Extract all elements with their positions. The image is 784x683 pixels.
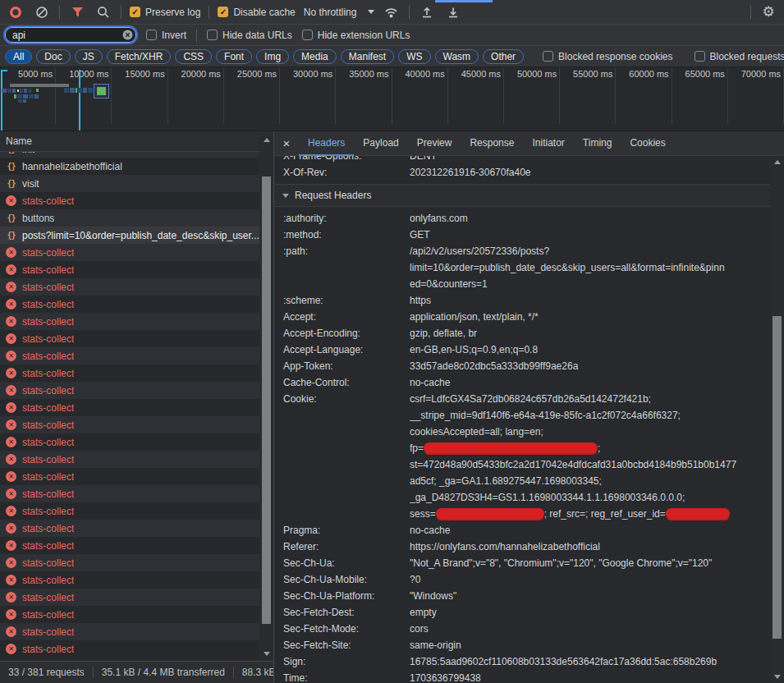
request-row[interactable]: stats-collect xyxy=(0,589,273,606)
blocked-filter-checkbox[interactable]: Blocked response cookies xyxy=(543,51,672,62)
details-tab[interactable]: Response xyxy=(461,131,523,156)
request-row[interactable]: stats-collect xyxy=(0,468,273,485)
type-filter-pill[interactable]: WS xyxy=(398,49,430,64)
waterfall-bar xyxy=(24,89,27,93)
request-row[interactable]: hannahelizabethofficial xyxy=(0,158,273,175)
request-row[interactable]: stats-collect xyxy=(0,606,273,623)
request-name: buttons xyxy=(22,213,54,224)
request-row[interactable]: stats-collect xyxy=(0,537,273,554)
request-row[interactable]: visit xyxy=(0,175,273,192)
scroll-down-arrow[interactable] xyxy=(264,652,270,656)
search-icon[interactable] xyxy=(94,3,112,21)
clear-button[interactable] xyxy=(33,3,51,21)
request-type-icon xyxy=(6,385,16,396)
type-filter-pill[interactable]: Font xyxy=(216,49,252,64)
request-row[interactable]: stats-collect xyxy=(0,433,273,451)
disable-cache-checkbox[interactable]: ✓ Disable cache xyxy=(218,7,295,18)
request-row[interactable]: init xyxy=(0,152,273,158)
clear-filter-icon[interactable] xyxy=(122,30,133,40)
request-row[interactable]: stats-collect xyxy=(0,623,273,640)
type-filter-pill[interactable]: Other xyxy=(483,49,524,64)
disable-cache-label: Disable cache xyxy=(233,7,295,18)
scroll-up-arrow[interactable] xyxy=(774,160,781,164)
request-row[interactable]: stats-collect xyxy=(0,192,273,209)
type-filter-pill[interactable]: Manifest xyxy=(341,49,394,64)
invert-checkbox[interactable]: Invert xyxy=(146,30,186,41)
header-value: 1703636799438 xyxy=(410,670,784,683)
request-row[interactable]: stats-collect xyxy=(0,485,273,502)
request-row[interactable]: stats-collect xyxy=(0,451,273,468)
network-conditions-icon[interactable] xyxy=(383,3,401,21)
type-filter-pill[interactable]: JS xyxy=(75,49,103,64)
details-tab[interactable]: Payload xyxy=(354,131,407,156)
request-row[interactable]: stats-collect xyxy=(0,330,273,347)
type-filter-pill[interactable]: Wasm xyxy=(435,49,479,64)
details-tab[interactable]: Initiator xyxy=(523,131,573,156)
blocked-filter-checkbox[interactable]: Blocked requests xyxy=(695,51,784,62)
import-har-icon[interactable] xyxy=(418,3,436,21)
request-row[interactable]: stats-collect xyxy=(0,502,273,520)
name-column-header[interactable]: Name xyxy=(0,131,273,152)
header-name: Sec-Ch-Ua-Mobile: xyxy=(274,571,410,588)
details-tab[interactable]: Headers xyxy=(299,131,354,156)
header-row: Pragma:no-cache xyxy=(274,522,784,539)
close-details-icon[interactable]: × xyxy=(274,136,299,150)
request-row[interactable]: stats-collect xyxy=(0,278,273,296)
scrollbar-thumb[interactable] xyxy=(773,316,782,639)
record-button[interactable] xyxy=(7,3,25,21)
request-row[interactable]: stats-collect xyxy=(0,399,273,416)
type-filter-pill[interactable]: Fetch/XHR xyxy=(107,49,172,64)
scrollbar-thumb[interactable] xyxy=(262,176,271,624)
checkbox-unchecked xyxy=(146,30,157,40)
preserve-log-checkbox[interactable]: ✓ Preserve log xyxy=(130,7,200,18)
details-tab[interactable]: Cookies xyxy=(621,131,674,156)
request-row[interactable]: stats-collect xyxy=(0,296,273,313)
details-tab[interactable]: Timing xyxy=(574,131,621,156)
request-row[interactable]: buttons xyxy=(0,209,273,227)
request-row[interactable]: stats-collect xyxy=(0,554,273,571)
request-name: stats-collect xyxy=(22,506,74,517)
request-row[interactable]: stats-collect xyxy=(0,520,273,537)
request-row[interactable]: stats-collect xyxy=(0,416,273,433)
request-row[interactable]: stats-collect xyxy=(0,313,273,330)
settings-gear-icon[interactable]: ⚙ xyxy=(759,3,777,21)
request-type-icon xyxy=(6,609,16,620)
header-row: :method:GET xyxy=(274,227,784,243)
request-row[interactable]: stats-collect xyxy=(0,382,273,399)
request-row[interactable]: stats-collect xyxy=(0,244,273,261)
type-filter-pill[interactable]: All xyxy=(5,49,32,64)
filter-icon[interactable] xyxy=(68,3,86,21)
filter-input[interactable] xyxy=(5,27,136,43)
divider xyxy=(750,6,751,19)
request-name: stats-collect xyxy=(22,264,74,276)
scroll-down-arrow[interactable] xyxy=(774,675,781,679)
details-tab[interactable]: Preview xyxy=(408,131,461,156)
request-row[interactable]: stats-collect xyxy=(0,571,273,589)
request-row[interactable]: stats-collect xyxy=(0,261,273,278)
request-row[interactable]: stats-collect xyxy=(0,347,273,364)
type-filter-pill[interactable]: Doc xyxy=(36,49,70,64)
invert-label: Invert xyxy=(162,30,186,41)
hide-extension-urls-checkbox[interactable]: Hide extension URLs xyxy=(302,30,410,41)
header-name: App-Token: xyxy=(274,358,410,374)
request-headers-section[interactable]: Request Headers xyxy=(274,185,784,207)
hide-data-urls-checkbox[interactable]: Hide data URLs xyxy=(207,30,292,41)
request-row[interactable]: stats-collect xyxy=(0,640,273,658)
request-name: stats-collect xyxy=(22,626,74,638)
request-row[interactable]: posts?limit=10&order=publish_date_desc&s… xyxy=(0,227,273,244)
export-har-icon[interactable] xyxy=(444,3,462,21)
type-filter-pill[interactable]: Media xyxy=(293,49,337,64)
type-filter-pill[interactable]: CSS xyxy=(175,49,212,64)
header-name: :path: xyxy=(274,243,410,292)
section-title: Request Headers xyxy=(295,190,371,201)
details-scrollbar[interactable] xyxy=(770,156,784,683)
request-list-scrollbar[interactable] xyxy=(259,134,273,660)
type-filter-pill[interactable]: Img xyxy=(256,49,289,64)
throttling-dropdown[interactable]: No throttling xyxy=(304,7,375,18)
network-overview[interactable]: 5000 ms10000 ms15000 ms20000 ms25000 ms3… xyxy=(0,67,784,131)
header-row: X-Of-Rev: 202312261916-30670fa40e xyxy=(274,164,784,185)
request-name: stats-collect xyxy=(22,419,74,431)
request-row[interactable]: stats-collect xyxy=(0,364,273,382)
request-rows: init hannahelizabethofficial visit xyxy=(0,152,273,658)
scroll-up-arrow[interactable] xyxy=(264,138,270,142)
